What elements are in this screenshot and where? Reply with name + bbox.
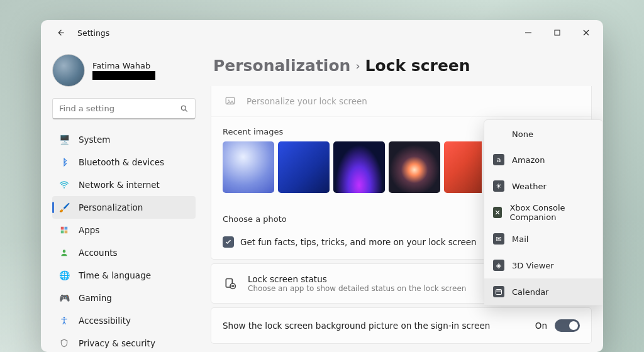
related-settings-heading: Related settings — [211, 348, 592, 352]
sidebar-item-bluetooth[interactable]: Bluetooth & devices — [52, 151, 196, 173]
amazon-icon: a — [493, 154, 504, 165]
svg-point-2 — [181, 106, 186, 110]
app-title: Settings — [77, 28, 109, 38]
back-button[interactable] — [52, 24, 70, 41]
flyout-item-label: Weather — [512, 182, 547, 191]
sidebar-nav: 🖥️ System Bluetooth & devices Network & … — [52, 128, 196, 352]
display-icon: 🖥️ — [58, 134, 70, 145]
search-input[interactable] — [59, 104, 180, 113]
svg-rect-6 — [65, 227, 68, 230]
sidebar-item-label: Personalization — [79, 202, 143, 212]
flyout-item-label: None — [512, 129, 533, 139]
flyout-item-label: Calendar — [512, 287, 548, 297]
recent-image-thumb[interactable] — [444, 141, 482, 193]
sidebar-item-label: Time & language — [79, 270, 151, 280]
flyout-item-calendar[interactable]: Calendar — [484, 278, 602, 305]
sidebar-item-time-language[interactable]: 🌐 Time & language — [52, 264, 196, 287]
svg-line-3 — [186, 109, 187, 111]
sidebar-item-gaming[interactable]: 🎮 Gaming — [52, 287, 196, 309]
minimize-button[interactable] — [514, 23, 543, 43]
profile-block[interactable]: Fatima Wahab — [52, 50, 196, 96]
xbox-icon: ✕ — [493, 207, 502, 218]
page-title: Lock screen — [365, 57, 470, 75]
signin-picture-card: Show the lock screen background picture … — [211, 307, 592, 344]
wifi-icon — [58, 179, 70, 190]
sidebar-item-system[interactable]: 🖥️ System — [52, 128, 196, 151]
status-card-subtitle: Choose an app to show detailed status on… — [248, 284, 466, 293]
bluetooth-icon — [58, 157, 70, 168]
accessibility-icon — [58, 315, 70, 326]
fun-facts-checkbox[interactable] — [223, 236, 234, 248]
svg-point-12 — [228, 99, 230, 101]
sidebar-item-personalization[interactable]: 🖌️ Personalization — [52, 196, 196, 219]
sidebar-item-label: Accessibility — [79, 316, 131, 326]
svg-rect-15 — [231, 285, 234, 287]
svg-point-9 — [63, 250, 66, 253]
avatar — [52, 54, 85, 87]
sidebar-item-label: Bluetooth & devices — [79, 157, 164, 167]
svg-rect-7 — [61, 231, 64, 234]
recent-image-thumb[interactable] — [278, 141, 330, 193]
status-card-title: Lock screen status — [248, 274, 466, 284]
flyout-item-label: Mail — [512, 234, 528, 244]
globe-clock-icon: 🌐 — [58, 270, 70, 281]
close-button[interactable] — [572, 23, 601, 43]
arrow-left-icon — [57, 28, 65, 37]
recent-image-thumb[interactable] — [389, 141, 440, 193]
flyout-item-label: 3D Viewer — [512, 261, 554, 270]
maximize-icon — [554, 30, 560, 36]
signin-picture-label: Show the lock screen background picture … — [223, 321, 535, 331]
sidebar-item-label: Apps — [79, 225, 99, 235]
flyout-item-amazon[interactable]: a Amazon — [484, 146, 602, 173]
titlebar: Settings — [41, 20, 603, 45]
sidebar-item-label: Accounts — [79, 248, 118, 258]
flyout-item-xbox[interactable]: ✕ Xbox Console Companion — [484, 199, 602, 226]
personalize-header-label: Personalize your lock screen — [247, 96, 367, 106]
svg-point-10 — [64, 317, 65, 318]
breadcrumb: Personalization › Lock screen — [211, 52, 592, 86]
apps-icon — [58, 224, 70, 236]
mail-icon: ✉ — [493, 233, 504, 245]
flyout-item-label: Amazon — [512, 155, 545, 165]
sidebar-item-accounts[interactable]: Accounts — [52, 241, 196, 264]
recent-image-thumb[interactable] — [223, 141, 274, 193]
recent-images-row — [211, 141, 482, 204]
flyout-item-none[interactable]: None — [484, 120, 602, 146]
paintbrush-icon: 🖌️ — [58, 202, 70, 213]
breadcrumb-parent[interactable]: Personalization — [213, 57, 350, 75]
person-icon — [58, 247, 70, 258]
flyout-item-label: Xbox Console Companion — [509, 203, 594, 222]
gamepad-icon: 🎮 — [58, 292, 70, 304]
flyout-item-3dviewer[interactable]: ◈ 3D Viewer — [484, 252, 602, 278]
search-icon — [180, 104, 189, 113]
minimize-icon — [525, 30, 531, 36]
svg-rect-8 — [65, 231, 68, 234]
recent-image-thumb[interactable] — [333, 141, 385, 193]
search-box[interactable] — [52, 98, 196, 119]
svg-rect-5 — [61, 227, 64, 230]
sidebar-item-apps[interactable]: Apps — [52, 219, 196, 241]
cube-icon: ◈ — [493, 260, 504, 271]
signin-picture-toggle[interactable] — [555, 319, 580, 332]
status-app-flyout: None a Amazon ☀ Weather ✕ Xbox Console C… — [484, 119, 603, 305]
sidebar-item-privacy[interactable]: Privacy & security — [52, 332, 196, 352]
sidebar-item-label: Privacy & security — [79, 338, 155, 348]
check-icon — [225, 238, 232, 246]
svg-rect-0 — [525, 33, 531, 33]
fun-facts-label: Get fun facts, tips, tricks, and more on… — [240, 237, 477, 247]
settings-window: Settings Fatima Wahab — [41, 20, 603, 352]
content-area: Personalization › Lock screen Personaliz… — [204, 45, 603, 352]
maximize-button[interactable] — [543, 23, 572, 43]
sidebar-item-label: Gaming — [79, 293, 112, 303]
sidebar: Fatima Wahab 🖥️ System — [41, 45, 204, 352]
sidebar-item-label: Network & internet — [79, 180, 160, 190]
flyout-item-mail[interactable]: ✉ Mail — [484, 226, 602, 252]
sidebar-item-accessibility[interactable]: Accessibility — [52, 309, 196, 332]
svg-rect-16 — [496, 290, 502, 295]
sidebar-item-network[interactable]: Network & internet — [52, 173, 196, 196]
flyout-item-weather[interactable]: ☀ Weather — [484, 173, 602, 199]
svg-point-4 — [64, 187, 65, 189]
close-icon — [583, 30, 589, 36]
personalize-header-row[interactable]: Personalize your lock screen — [211, 86, 591, 117]
status-app-icon — [223, 276, 238, 291]
